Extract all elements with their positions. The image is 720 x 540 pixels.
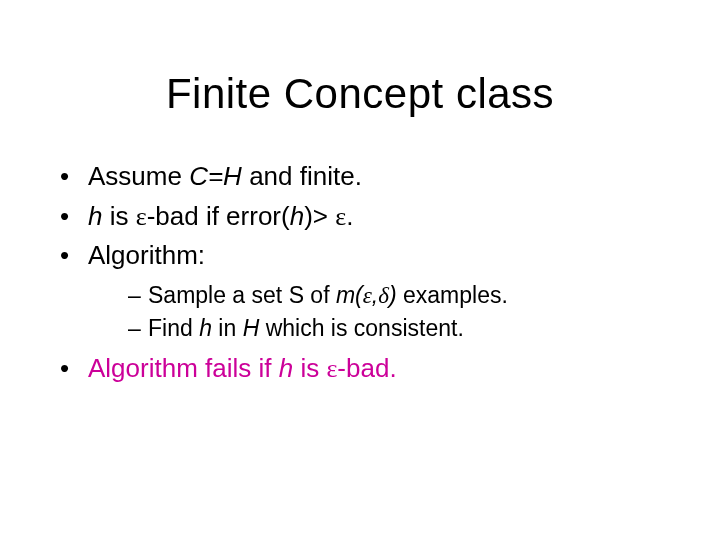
text: -bad if error( bbox=[147, 201, 290, 231]
bullet-4: Algorithm fails if h is ε-bad. bbox=[60, 350, 670, 388]
text-italic: h bbox=[279, 353, 293, 383]
text: and finite. bbox=[242, 161, 362, 191]
text-italic: h bbox=[290, 201, 304, 231]
text: -bad. bbox=[337, 353, 396, 383]
slide-title: Finite Concept class bbox=[50, 70, 670, 118]
text: . bbox=[346, 201, 353, 231]
text: is bbox=[102, 201, 135, 231]
epsilon-symbol: ε bbox=[363, 283, 372, 308]
bullet-2: h is ε-bad if error(h)> ε. bbox=[60, 198, 670, 236]
text: )> bbox=[304, 201, 335, 231]
epsilon-symbol: ε bbox=[335, 202, 346, 231]
sub-bullet-2: Find h in H which is consistent. bbox=[128, 312, 670, 344]
text-italic: H bbox=[243, 315, 260, 341]
text-italic: h bbox=[199, 315, 212, 341]
text: Assume bbox=[88, 161, 189, 191]
epsilon-symbol: ε bbox=[136, 202, 147, 231]
text: is bbox=[293, 353, 326, 383]
slide: Finite Concept class Assume C=H and fini… bbox=[0, 0, 720, 540]
text-italic: h bbox=[88, 201, 102, 231]
bullet-3: Algorithm: Sample a set S of m(ε,δ) exam… bbox=[60, 237, 670, 344]
bullet-1: Assume C=H and finite. bbox=[60, 158, 670, 196]
text: in bbox=[212, 315, 243, 341]
sub-list: Sample a set S of m(ε,δ) examples. Find … bbox=[128, 279, 670, 344]
text: Find bbox=[148, 315, 199, 341]
bullet-list: Assume C=H and finite. h is ε-bad if err… bbox=[60, 158, 670, 388]
text: Algorithm: bbox=[88, 240, 205, 270]
text: which is consistent. bbox=[259, 315, 464, 341]
text-italic: C=H bbox=[189, 161, 242, 191]
text: examples. bbox=[397, 282, 508, 308]
text-italic: ) bbox=[389, 282, 397, 308]
text: Sample a set S of bbox=[148, 282, 336, 308]
delta-symbol: δ bbox=[378, 283, 389, 308]
text: Algorithm fails if bbox=[88, 353, 279, 383]
sub-bullet-1: Sample a set S of m(ε,δ) examples. bbox=[128, 279, 670, 312]
epsilon-symbol: ε bbox=[326, 354, 337, 383]
text-italic: m( bbox=[336, 282, 363, 308]
